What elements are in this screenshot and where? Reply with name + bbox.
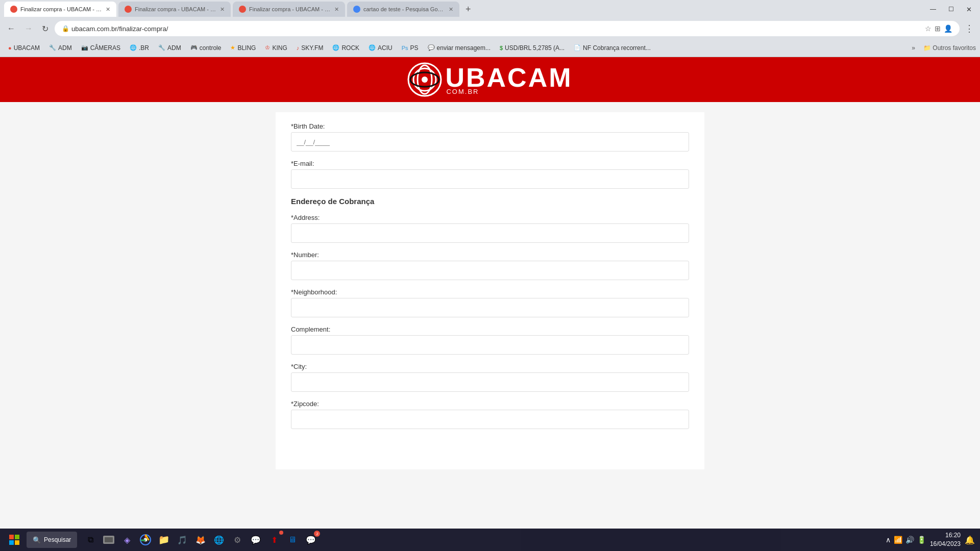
tab-2-title: Finalizar compra - UBACAM - CA...: [135, 6, 217, 12]
bookmark-ps[interactable]: Ps PS: [398, 43, 423, 53]
whatsapp-icon[interactable]: 💬: [248, 532, 264, 548]
zipcode-input[interactable]: [291, 410, 689, 429]
notification-icon[interactable]: 🔔: [965, 535, 975, 545]
birth-date-group: *Birth Date:: [291, 122, 689, 152]
clock-date: 16/04/2023: [930, 540, 961, 548]
tab-4[interactable]: cartao de teste - Pesquisa Googl... ✕: [347, 2, 459, 17]
svg-point-4: [422, 77, 428, 83]
svg-rect-6: [15, 535, 19, 539]
wacom-app-icon: [103, 536, 114, 544]
windows-logo-icon: [9, 534, 20, 545]
chrome-icon[interactable]: [137, 532, 154, 548]
taskbar-app-icons: ⧉ ◈ 📁 🎵 🦊 🌐 ⚙ 💬 ⬆ 🖥 💬 2: [82, 532, 319, 548]
edge-icon[interactable]: 🌐: [211, 532, 227, 548]
neighborhood-input[interactable]: [291, 298, 689, 317]
firefox-icon[interactable]: 🦊: [192, 532, 209, 548]
tab-3-close[interactable]: ✕: [334, 6, 339, 13]
address-label: *Address:: [291, 214, 689, 221]
reload-button[interactable]: ↻: [39, 23, 52, 35]
wacom-icon[interactable]: [101, 532, 117, 548]
bookmark-controle[interactable]: 🎮 controle: [186, 43, 226, 53]
bookmark-skyfm[interactable]: ♪ SKY.FM: [292, 43, 328, 53]
system-tray-icons: ∧ 📶 🔊 🔋: [886, 536, 926, 544]
bookmarks-folder-icon[interactable]: 📁 Outros favoritos: [923, 44, 976, 52]
bookmark-br[interactable]: 🌐 .BR: [126, 43, 153, 53]
bookmark-enviar[interactable]: 💬 enviar mensagem...: [424, 43, 495, 53]
music-icon[interactable]: 🎵: [174, 532, 190, 548]
svg-rect-5: [9, 535, 14, 539]
bookmark-ubacam[interactable]: ● UBACAM: [4, 43, 44, 53]
tab-1[interactable]: Finalizar compra - UBACAM - CA... ✕: [4, 2, 116, 17]
up-arrow-icon[interactable]: ∧: [886, 536, 891, 544]
tab-3[interactable]: Finalizar compra - UBACAM - CA... ✕: [233, 2, 345, 17]
city-group: *City:: [291, 363, 689, 392]
tab-2-favicon: [125, 6, 132, 13]
address-action-icons: ☆ ⊞ 👤: [925, 24, 952, 33]
site-header: UBACAM COM.BR: [0, 57, 980, 102]
chrome-app-icon: [140, 534, 151, 545]
files-icon[interactable]: 📁: [156, 532, 172, 548]
address-bar-row: ← → ↻ 🔒 ☆ ⊞ 👤 ⋮: [0, 18, 980, 39]
address-group: *Address:: [291, 214, 689, 243]
discord-icon[interactable]: 💬 2: [303, 532, 319, 548]
back-button[interactable]: ←: [4, 23, 18, 34]
bookmarks-bar: ● UBACAM 🔧 ADM 📷 CÂMERAS 🌐 .BR 🔧 ADM 🎮 c…: [0, 39, 980, 57]
remote-desktop-icon[interactable]: 🖥: [284, 532, 301, 548]
close-button[interactable]: ✕: [962, 5, 976, 14]
lock-icon: 🔒: [62, 25, 69, 32]
address-input[interactable]: [71, 25, 921, 33]
complement-input[interactable]: [291, 335, 689, 355]
settings-icon[interactable]: ⋮: [963, 23, 976, 34]
logo-text: UBACAM: [445, 64, 572, 91]
network-icon[interactable]: 📶: [894, 536, 902, 544]
bookmark-adm2[interactable]: 🔧 ADM: [154, 43, 185, 53]
start-button[interactable]: [5, 531, 23, 549]
complement-label: Complement:: [291, 325, 689, 333]
bookmark-adm1[interactable]: 🔧 ADM: [45, 43, 76, 53]
bookmark-king[interactable]: ♔ KING: [261, 43, 291, 53]
city-label: *City:: [291, 363, 689, 370]
profile-icon[interactable]: 👤: [944, 24, 952, 33]
bookmark-cameras[interactable]: 📷 CÂMERAS: [77, 43, 125, 53]
search-icon: 🔍: [33, 536, 41, 544]
browser-chrome: Finalizar compra - UBACAM - CA... ✕ Fina…: [0, 0, 980, 57]
security-icon[interactable]: ⚙: [229, 532, 246, 548]
more-bookmarks-button[interactable]: »: [909, 43, 918, 53]
battery-icon[interactable]: 🔋: [917, 536, 926, 544]
bookmark-bling[interactable]: ★ BLING: [226, 43, 260, 53]
birth-date-input[interactable]: [291, 132, 689, 152]
form-section: *Birth Date: *E-mail: Endereço de Cobran…: [0, 102, 980, 500]
new-tab-button[interactable]: +: [461, 4, 475, 15]
tab-1-title: Finalizar compra - UBACAM - CA...: [20, 6, 103, 12]
email-group: *E-mail:: [291, 160, 689, 189]
filezilla-icon[interactable]: ⬆: [266, 532, 282, 548]
tab-1-close[interactable]: ✕: [106, 6, 110, 13]
tab-2-close[interactable]: ✕: [220, 6, 225, 13]
taskbar-search[interactable]: 🔍 Pesquisar: [27, 532, 77, 548]
page-content: UBACAM COM.BR *Birth Date: *E-mail: Ende…: [0, 57, 980, 551]
number-input[interactable]: [291, 261, 689, 280]
taskview-icon[interactable]: ⧉: [82, 532, 99, 548]
title-bar: Finalizar compra - UBACAM - CA... ✕ Fina…: [0, 0, 980, 18]
clock[interactable]: 16:20 16/04/2023: [930, 531, 961, 548]
bookmark-rock[interactable]: 🌐 ROCK: [328, 43, 363, 53]
address-input[interactable]: [291, 223, 689, 243]
taskbar: 🔍 Pesquisar ⧉ ◈ 📁 🎵 🦊 🌐 ⚙ 💬 ⬆ �: [0, 529, 980, 551]
address-bar[interactable]: 🔒 ☆ ⊞ 👤: [55, 21, 960, 36]
minimize-button[interactable]: —: [926, 5, 940, 14]
extension-icon[interactable]: ⊞: [935, 24, 941, 33]
jarvis-icon[interactable]: ◈: [119, 532, 135, 548]
number-label: *Number:: [291, 251, 689, 259]
city-input[interactable]: [291, 372, 689, 392]
bookmark-usd[interactable]: $ USD/BRL 5,2785 (A...: [496, 43, 569, 53]
star-icon[interactable]: ☆: [925, 24, 932, 33]
volume-icon[interactable]: 🔊: [905, 536, 914, 544]
tab-4-close[interactable]: ✕: [449, 6, 453, 13]
maximize-button[interactable]: ☐: [944, 5, 958, 14]
bookmark-nf[interactable]: 📄 NF Cobrança recorrent...: [570, 43, 655, 53]
tab-3-favicon: [239, 6, 246, 13]
tab-2[interactable]: Finalizar compra - UBACAM - CA... ✕: [118, 2, 231, 17]
bookmark-aciu[interactable]: 🌐 ACIU: [364, 43, 397, 53]
forward-button[interactable]: →: [21, 23, 36, 34]
email-input[interactable]: [291, 169, 689, 189]
